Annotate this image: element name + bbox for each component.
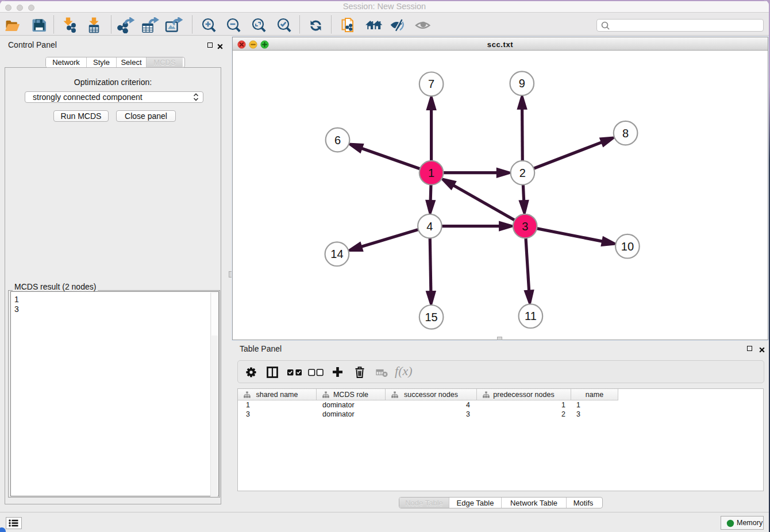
svg-text:14: 14 (330, 248, 343, 260)
svg-text:7: 7 (428, 78, 434, 90)
svg-text:4: 4 (426, 220, 433, 233)
svg-text:8: 8 (622, 127, 629, 140)
svg-text:1: 1 (428, 167, 434, 179)
svg-text:15: 15 (425, 311, 437, 323)
svg-text:2: 2 (519, 167, 526, 179)
svg-text:3: 3 (522, 220, 528, 233)
svg-text:6: 6 (334, 134, 341, 147)
svg-text:9: 9 (519, 77, 525, 90)
svg-text:10: 10 (621, 240, 634, 253)
svg-text:11: 11 (525, 310, 537, 322)
